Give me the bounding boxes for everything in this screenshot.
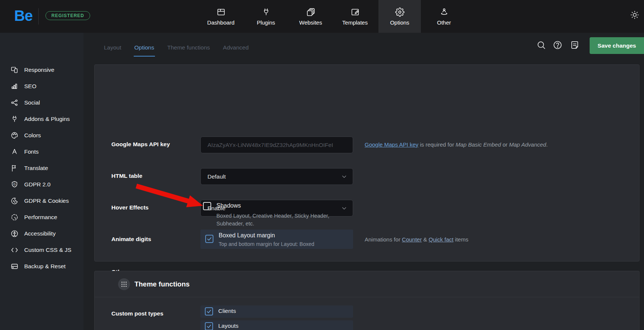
tab-options[interactable]: Options — [134, 41, 155, 57]
sidebar-item-seo[interactable]: SEO — [0, 79, 83, 94]
devices-icon — [10, 66, 19, 74]
stacked-pages-icon — [306, 7, 315, 17]
tab-bar: Layout Options Theme functions Advanced — [103, 33, 250, 64]
gauge-icon — [10, 213, 19, 221]
sidebar-item-translate[interactable]: Translate — [0, 161, 83, 176]
layouts-checkbox[interactable] — [205, 322, 213, 330]
plug-icon — [261, 7, 271, 17]
nav-templates[interactable]: Templates — [334, 0, 376, 33]
help-text: items — [453, 236, 468, 243]
sidebar-item-label: Translate — [24, 165, 48, 172]
sidebar: Responsive SEO Social Addons & Plugins C… — [0, 33, 83, 330]
clients-checkbox[interactable] — [205, 307, 213, 315]
sidebar-item-label: Performance — [24, 214, 57, 221]
clients-label: Clients — [218, 308, 236, 314]
animate-digits-help-text: Animations for Counter & Quick fact item… — [365, 236, 468, 243]
sidebar-item-label: Responsive — [24, 67, 54, 73]
google-maps-api-key-link[interactable]: Google Maps API key — [365, 141, 418, 148]
nav-label: Options — [390, 19, 409, 26]
sidebar-item-gdpr-cookies[interactable]: GDPR & Cookies — [0, 193, 83, 208]
sidebar-item-fonts[interactable]: Fonts — [0, 144, 83, 159]
section-badge — [118, 278, 130, 290]
hover-effects-label: Hover Effects — [111, 204, 149, 211]
drive-icon — [10, 262, 19, 270]
registered-badge: REGISTERED — [45, 11, 90, 20]
nav-options[interactable]: Options — [378, 0, 421, 33]
sidebar-item-backup-reset[interactable]: Backup & Reset — [0, 259, 83, 274]
google-maps-help-text: Google Maps API key is required for Map … — [365, 141, 548, 148]
sidebar-item-label: Colors — [24, 132, 41, 139]
share-icon — [10, 99, 19, 107]
code-icon — [10, 246, 19, 254]
bar-chart-icon — [10, 82, 19, 90]
animate-digits-label: Animate digits — [111, 236, 151, 243]
shadows-checkbox[interactable] — [203, 202, 211, 210]
sidebar-item-performance[interactable]: Performance — [0, 210, 83, 225]
nav-websites[interactable]: Websites — [289, 0, 332, 33]
chevron-down-icon — [341, 205, 348, 212]
sun-icon — [630, 10, 640, 20]
sidebar-item-addons-plugins[interactable]: Addons & Plugins — [0, 112, 83, 126]
boxed-layout-margin-description: Top and bottom margin for Layout: Boxed — [219, 240, 314, 248]
cookie-icon — [10, 197, 19, 205]
help-text: is required for — [418, 141, 456, 148]
be-logo[interactable]: Be — [14, 7, 32, 24]
top-bar: Be REGISTERED Dashboard Plugins Websites… — [0, 0, 644, 33]
sidebar-item-gdpr-2[interactable]: G GDPR 2.0 — [0, 177, 83, 192]
chevron-down-icon — [341, 173, 348, 180]
options-panel: Google Maps API key Google Maps API key … — [94, 64, 640, 262]
clients-row: Clients — [200, 305, 353, 318]
sidebar-item-label: Social — [24, 99, 40, 106]
page-pencil-icon — [350, 7, 360, 17]
shield-g-icon: G — [10, 180, 19, 189]
save-changes-button[interactable]: Save changes — [590, 37, 644, 54]
nav-plugins[interactable]: Plugins — [245, 0, 287, 33]
boxed-layout-margin-row: Boxed Layout margin Top and bottom margi… — [200, 230, 353, 249]
counter-link[interactable]: Counter — [402, 236, 422, 243]
letter-a-icon — [10, 148, 19, 156]
nav-other[interactable]: Other — [423, 0, 465, 33]
theme-toggle-button[interactable] — [630, 10, 640, 20]
gear-icon — [395, 7, 405, 17]
quick-fact-link[interactable]: Quick fact — [429, 236, 454, 243]
nav-label: Other — [437, 19, 451, 26]
divider — [38, 8, 39, 25]
sidebar-item-accessibility[interactable]: Accessibility — [0, 226, 83, 241]
boxed-layout-margin-checkbox[interactable] — [205, 235, 213, 243]
nav-label: Plugins — [257, 19, 275, 26]
tab-theme-functions[interactable]: Theme functions — [166, 41, 211, 57]
custom-post-types-label: Custom post types — [111, 310, 164, 317]
sidebar-item-label: Addons & Plugins — [24, 116, 70, 122]
help-text: or — [501, 141, 509, 148]
grid-dots-icon — [121, 281, 127, 287]
tab-layout[interactable]: Layout — [103, 41, 122, 57]
search-button[interactable] — [536, 40, 546, 50]
html-table-select[interactable]: Default — [200, 168, 353, 185]
tab-advanced[interactable]: Advanced — [222, 41, 250, 57]
select-value: Default — [207, 173, 226, 180]
help-button[interactable] — [553, 40, 562, 50]
shadows-title: Shadows — [216, 202, 241, 209]
nav-label: Websites — [299, 19, 322, 26]
notes-button[interactable] — [570, 40, 580, 50]
flag-icon — [10, 164, 19, 172]
sidebar-item-social[interactable]: Social — [0, 95, 83, 110]
layouts-label: Layouts — [218, 323, 238, 329]
sidebar-item-label: GDPR 2.0 — [24, 181, 51, 188]
theme-functions-title: Theme functions — [134, 280, 190, 288]
svg-text:G: G — [13, 183, 16, 186]
sidebar-item-label: Custom CSS & JS — [24, 247, 72, 253]
help-circle-icon — [553, 40, 562, 50]
google-maps-api-key-input[interactable] — [200, 137, 353, 153]
sidebar-item-responsive[interactable]: Responsive — [0, 63, 83, 77]
google-maps-api-key-label: Google Maps API key — [111, 141, 170, 148]
plug-icon — [10, 115, 19, 123]
sidebar-item-colors[interactable]: Colors — [0, 128, 83, 143]
nav-dashboard[interactable]: Dashboard — [200, 0, 242, 33]
dashboard-grid-icon — [216, 7, 226, 17]
sidebar-item-custom-css-js[interactable]: Custom CSS & JS — [0, 243, 83, 257]
nav-label: Templates — [342, 19, 368, 26]
notes-icon — [570, 40, 580, 50]
layouts-row: Layouts — [200, 320, 353, 330]
divider — [95, 297, 639, 297]
